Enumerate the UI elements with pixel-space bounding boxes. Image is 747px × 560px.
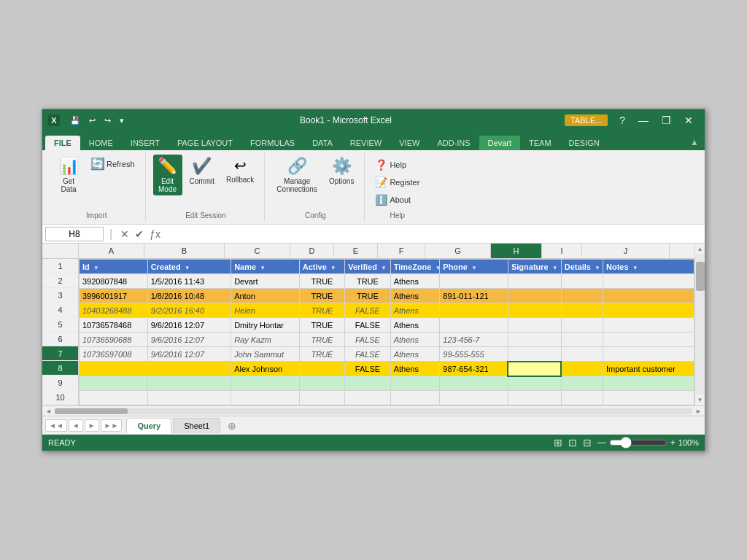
header-phone[interactable]: Phone ▼ (440, 260, 508, 274)
table-label[interactable]: TABLE... (565, 114, 608, 126)
confirm-formula-button[interactable]: ✔ (133, 228, 146, 240)
filter-details-icon[interactable]: ▼ (595, 265, 600, 271)
cell-e7[interactable]: FALSE (345, 347, 390, 362)
cell-e2[interactable]: TRUE (345, 274, 390, 289)
filter-signature-icon[interactable]: ▼ (552, 265, 558, 271)
cell-i6[interactable] (561, 332, 603, 347)
cell-i9[interactable] (561, 376, 603, 391)
col-header-c[interactable]: C (225, 244, 290, 258)
cell-d2[interactable]: TRUE (299, 274, 344, 289)
cell-e6[interactable]: FALSE (345, 332, 390, 347)
col-header-a[interactable]: A (79, 244, 144, 258)
cell-g8[interactable]: 987-654-321 (440, 362, 508, 376)
register-button[interactable]: 📝 Register (372, 175, 422, 190)
scroll-up-arrow[interactable]: ▲ (695, 244, 705, 254)
row-header-9[interactable]: 9 (42, 376, 78, 390)
normal-view-button[interactable]: ⊞ (554, 437, 562, 448)
cell-f6[interactable]: Athens (390, 332, 440, 347)
cell-a8[interactable] (80, 362, 148, 376)
col-header-f[interactable]: F (378, 244, 425, 258)
cell-a7[interactable]: 10736597008 (80, 347, 148, 362)
rollback-button[interactable]: ↩ Rollback (222, 155, 258, 186)
row-header-6[interactable]: 6 (42, 332, 78, 346)
cell-c5[interactable]: Dmitry Hontar (231, 318, 300, 332)
cell-a10[interactable] (80, 391, 148, 405)
scroll-right-arrow[interactable]: ► (695, 408, 702, 415)
col-header-d[interactable]: D (290, 244, 334, 258)
cell-f9[interactable] (390, 376, 440, 391)
ribbon-collapse[interactable]: ▲ (687, 134, 702, 150)
col-header-g[interactable]: G (425, 244, 491, 258)
cell-a6[interactable]: 10736590688 (80, 332, 148, 347)
about-button[interactable]: ℹ️ About (372, 192, 422, 207)
cell-e9[interactable] (345, 376, 390, 391)
cell-h2[interactable] (508, 274, 561, 289)
filter-verified-icon[interactable]: ▼ (381, 265, 387, 271)
cell-b3[interactable]: 1/8/2016 10:48 (147, 289, 231, 303)
row-header-3[interactable]: 3 (42, 288, 78, 303)
cell-h8[interactable] (508, 362, 561, 376)
cell-a9[interactable] (80, 376, 148, 391)
close-button[interactable]: ✕ (678, 113, 699, 128)
cell-h5[interactable] (508, 318, 561, 332)
filter-notes-icon[interactable]: ▼ (632, 265, 638, 271)
tab-formulas[interactable]: FORMULAS (241, 136, 303, 150)
scroll-thumb[interactable] (696, 262, 705, 291)
cell-j3[interactable] (603, 289, 694, 303)
row-header-2[interactable]: 2 (42, 273, 78, 288)
cell-g2[interactable] (440, 274, 508, 289)
redo-button[interactable]: ↪ (101, 114, 114, 127)
scroll-down-arrow[interactable]: ▼ (695, 394, 705, 405)
cell-g3[interactable]: 891-011-121 (440, 289, 508, 303)
horizontal-scroll-thumb[interactable] (55, 408, 128, 414)
cell-g6[interactable]: 123-456-7 (440, 332, 508, 347)
cell-c9[interactable] (231, 376, 300, 391)
zoom-out-button[interactable]: — (597, 438, 606, 448)
get-data-button[interactable]: 📊 GetData (54, 155, 83, 195)
cell-b6[interactable]: 9/6/2016 12:07 (147, 332, 231, 347)
header-timezone[interactable]: TimeZone ▼ (390, 260, 440, 274)
cell-d10[interactable] (299, 391, 344, 405)
row-header-8[interactable]: 8 (42, 361, 78, 376)
cell-h4[interactable] (508, 303, 561, 318)
scroll-track[interactable] (695, 254, 705, 394)
cell-g7[interactable]: 99-555-555 (440, 347, 508, 362)
header-name[interactable]: Name ▼ (231, 260, 300, 274)
commit-button[interactable]: ✔️ Commit (185, 155, 219, 187)
filter-phone-icon[interactable]: ▼ (471, 265, 477, 271)
row-header-4[interactable]: 4 (42, 303, 78, 317)
name-box[interactable] (45, 227, 104, 241)
col-header-e[interactable]: E (334, 244, 378, 258)
tab-data[interactable]: DATA (303, 136, 341, 150)
cell-b2[interactable]: 1/5/2016 11:43 (147, 274, 231, 289)
cell-c8[interactable]: Alex Johnson (231, 362, 300, 376)
header-id[interactable]: Id ▼ (80, 260, 148, 274)
tab-design[interactable]: DESIGN (560, 136, 608, 150)
col-header-i[interactable]: I (542, 244, 582, 258)
edit-mode-button[interactable]: ✏️ EditMode (153, 155, 182, 195)
cell-c6[interactable]: Ray Kazm (231, 332, 300, 347)
cell-i7[interactable] (561, 347, 603, 362)
cell-j9[interactable] (603, 376, 694, 391)
cell-c3[interactable]: Anton (231, 289, 300, 303)
cell-a4[interactable]: 10403268488 (80, 303, 148, 318)
filter-name-icon[interactable]: ▼ (260, 265, 266, 271)
cell-g4[interactable] (440, 303, 508, 318)
save-button[interactable]: 💾 (67, 114, 83, 127)
row-header-1[interactable]: 1 (42, 259, 78, 273)
cell-f2[interactable]: Athens (390, 274, 440, 289)
cell-j5[interactable] (603, 318, 694, 332)
filter-created-icon[interactable]: ▼ (185, 265, 190, 271)
header-notes[interactable]: Notes ▼ (603, 260, 694, 274)
options-button[interactable]: ⚙️ Options (325, 155, 358, 187)
cell-c7[interactable]: John Sammut (231, 347, 300, 362)
zoom-in-button[interactable]: + (670, 438, 676, 448)
sheet-nav-last[interactable]: ►► (101, 419, 123, 432)
cell-i8[interactable] (561, 362, 603, 376)
cell-h6[interactable] (508, 332, 561, 347)
sheet-nav-next[interactable]: ► (85, 419, 99, 432)
sheet-nav-first[interactable]: ◄◄ (45, 419, 67, 432)
vertical-scrollbar[interactable]: ▲ ▼ (694, 244, 705, 405)
cell-b9[interactable] (147, 376, 231, 391)
tab-addins[interactable]: ADD-INS (428, 136, 479, 150)
